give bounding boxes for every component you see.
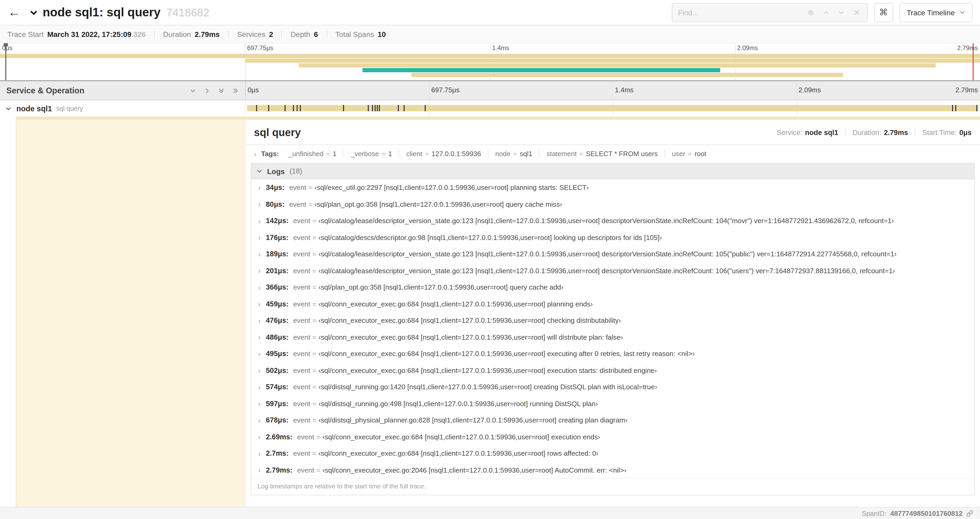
time-tick-label: 1.4ms (615, 86, 633, 94)
log-equals: = (312, 367, 316, 374)
span-row-timeline[interactable] (245, 100, 980, 117)
log-row[interactable]: ›476μs:event=‹sql/conn_executor_exec.go:… (251, 312, 974, 329)
log-timestamp: 2.79ms: (266, 466, 293, 474)
tag-item: user=root (665, 150, 713, 158)
expand-log-icon[interactable]: › (258, 400, 261, 407)
log-row[interactable]: ›2.7ms:event=‹sql/conn_executor_exec.go:… (251, 445, 974, 462)
log-tick (300, 105, 301, 111)
link-icon[interactable] (966, 510, 973, 517)
trace-timeline-dropdown[interactable]: Trace Timeline (899, 3, 973, 22)
expand-log-icon[interactable]: › (258, 367, 261, 374)
log-row[interactable]: ›80μs:event=‹sql/plan_opt.go:358 [nsql1,… (251, 196, 974, 212)
log-timestamp: 366μs: (266, 284, 288, 291)
log-row[interactable]: ›495μs:event=‹sql/conn_executor_exec.go:… (251, 345, 974, 362)
tag-equals: = (511, 150, 520, 158)
trace-collapse-chevron-icon[interactable] (30, 8, 38, 17)
span-row[interactable]: node sql1 sql query (0, 100, 980, 117)
trace-view-app: ← node sql1: sql query 7418682 ⊕ ✕ ⌘ (0, 0, 980, 519)
expand-tags-icon[interactable]: › (254, 150, 256, 157)
prev-match-icon[interactable] (823, 9, 829, 16)
log-message: ‹sql/conn_executor_exec.go:684 [nsql1,cl… (318, 367, 657, 374)
logs-count: (18) (290, 167, 302, 175)
log-row[interactable]: ›502μs:event=‹sql/conn_executor_exec.go:… (251, 362, 974, 379)
back-button[interactable]: ← (4, 2, 24, 22)
expand-log-icon[interactable]: › (258, 350, 261, 358)
expand-all-icon[interactable] (232, 87, 239, 94)
span-bar[interactable] (247, 105, 978, 111)
log-tick (368, 105, 369, 111)
grid-line (735, 43, 735, 52)
expand-log-icon[interactable]: › (258, 433, 261, 441)
focus-match-icon[interactable]: ⊕ (807, 8, 814, 17)
time-tick-label: 2.09ms (737, 44, 758, 52)
view-dropdown-label: Trace Timeline (907, 8, 955, 17)
log-row[interactable]: ›2.69ms:event=‹sql/conn_executor_exec.go… (251, 428, 974, 445)
tag-item: _verbose=1 (343, 150, 399, 158)
summary-label: Duration (163, 30, 191, 38)
tags-row[interactable]: › Tags: _unfinished=1_verbose=1client=12… (245, 145, 980, 162)
tag-value: SELECT * FROM users (586, 150, 658, 158)
log-row[interactable]: ›486μs:event=‹sql/conn_executor_exec.go:… (251, 329, 974, 345)
log-row[interactable]: ›34μs:event=‹sql/exec_util.go:2297 [nsql… (251, 179, 974, 196)
log-row[interactable]: ›189μs:event=‹sql/catalog/lease/descript… (251, 246, 974, 262)
grid-line (429, 81, 430, 100)
next-match-icon[interactable] (838, 9, 845, 16)
trace-minimap[interactable]: 0μs697.75μs1.4ms2.09ms2.79ms (0, 43, 980, 81)
expand-log-icon[interactable]: › (258, 184, 261, 192)
collapse-one-icon[interactable] (190, 87, 196, 94)
log-row[interactable]: ›574μs:event=‹sql/distsql_running.go:142… (251, 379, 974, 395)
log-equals: = (316, 433, 320, 441)
log-row[interactable]: ›678μs:event=‹sql/distsql_physical_plann… (251, 412, 974, 428)
log-timestamp: 486μs: (266, 333, 288, 341)
expand-log-icon[interactable]: › (258, 417, 261, 424)
expand-log-icon[interactable]: › (258, 466, 261, 474)
log-row[interactable]: ›2.79ms:event=‹sql/conn_executor_exec.go… (251, 462, 974, 478)
expand-log-icon[interactable]: › (258, 383, 261, 391)
minimap-left-scrubber[interactable] (5, 43, 6, 80)
expand-log-icon[interactable]: › (258, 300, 261, 308)
time-tick-label: 0μs (248, 86, 259, 94)
minimap-span-bar (245, 59, 980, 63)
log-timestamp: 2.69ms: (266, 433, 293, 441)
log-row[interactable]: ›366μs:event=‹sql/plan_opt.go:358 [nsql1… (251, 279, 974, 295)
minimap-ruler: 0μs697.75μs1.4ms2.09ms2.79ms (0, 43, 980, 52)
log-row[interactable]: ›597μs:event=‹sql/distsql_running.go:498… (251, 395, 974, 412)
log-equals: = (312, 234, 316, 241)
spanid-label: SpanID: (862, 509, 886, 517)
log-tick (379, 105, 380, 111)
expand-log-icon[interactable]: › (258, 251, 261, 258)
log-timestamp: 176μs: (266, 234, 288, 241)
expand-log-icon[interactable]: › (258, 284, 261, 291)
tag-key: user (672, 150, 686, 158)
expand-log-icon[interactable]: › (258, 317, 261, 324)
collapse-all-icon[interactable] (218, 87, 224, 94)
log-field-key: event (293, 367, 310, 374)
keyboard-shortcuts-button[interactable]: ⌘ (874, 3, 893, 22)
expand-log-icon[interactable]: › (258, 267, 261, 275)
log-timestamp: 80μs: (266, 200, 285, 208)
clear-search-icon[interactable]: ✕ (854, 8, 860, 17)
logs-header[interactable]: Logs (18) (251, 163, 974, 179)
log-tick (256, 105, 257, 111)
find-input[interactable] (672, 3, 800, 21)
log-message: ‹sql/conn_executor_exec.go:684 [nsql1,cl… (318, 450, 598, 458)
expand-log-icon[interactable]: › (258, 217, 261, 225)
chevron-down-icon (959, 10, 965, 15)
log-timestamp: 142μs: (266, 217, 288, 225)
expand-log-icon[interactable]: › (258, 334, 261, 341)
log-row[interactable]: ›459μs:event=‹sql/conn_executor_exec.go:… (251, 295, 974, 312)
expand-one-icon[interactable] (204, 87, 210, 94)
minimap-canvas[interactable] (0, 52, 980, 80)
log-row[interactable]: ›176μs:event=‹sql/catalog/descs/descript… (251, 229, 974, 246)
log-field-key: event (293, 417, 310, 424)
log-timestamp: 2.7ms: (266, 450, 288, 458)
expand-log-icon[interactable]: › (258, 201, 261, 208)
expand-log-icon[interactable]: › (258, 234, 261, 241)
expand-log-icon[interactable]: › (258, 450, 261, 457)
summary-label: Services (237, 30, 265, 38)
minimap-right-scrubber[interactable] (973, 43, 974, 80)
span-row-name-column[interactable]: node sql1 sql query (0, 100, 245, 117)
collapse-span-chevron-icon[interactable] (5, 105, 11, 112)
log-row[interactable]: ›201μs:event=‹sql/catalog/lease/descript… (251, 262, 974, 279)
log-row[interactable]: ›142μs:event=‹sql/catalog/lease/descript… (251, 212, 974, 229)
